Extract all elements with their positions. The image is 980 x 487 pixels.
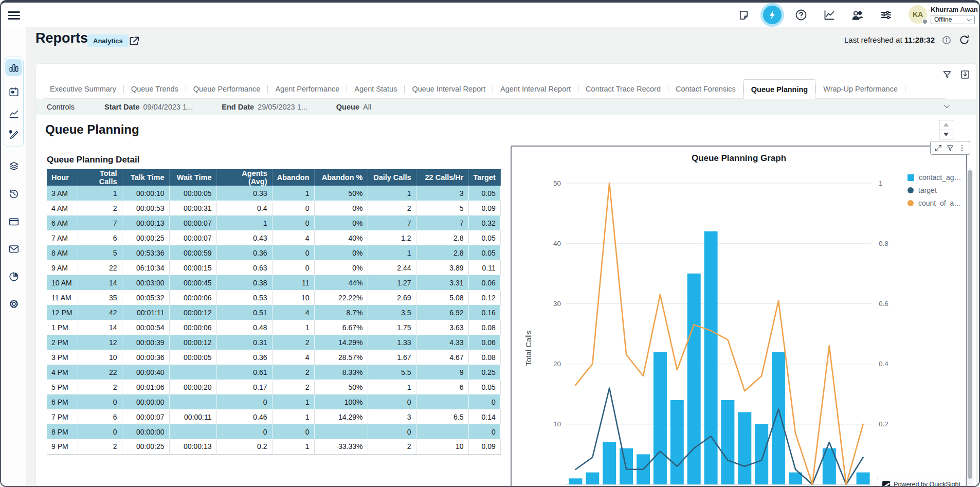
tab-wrap-up-performance[interactable]: Wrap-Up Performance: [816, 80, 905, 98]
dashboard-card: Executive SummaryQueue TrendsQueue Perfo…: [35, 63, 977, 487]
open-external-icon[interactable]: [128, 34, 140, 47]
column-header[interactable]: Daily Calls: [368, 169, 416, 186]
column-header[interactable]: Abandon: [272, 169, 314, 186]
column-header[interactable]: Agents (Avg): [216, 169, 272, 186]
table-cell: 0: [368, 394, 416, 409]
table-cell: 00:00:07: [169, 215, 216, 230]
table-row: 1 PM1400:00:5400:00:060.4816.67%1.753.63…: [47, 320, 500, 335]
tab-agent-interval-report[interactable]: Agent Interval Report: [493, 80, 578, 98]
table-cell: 2: [78, 201, 122, 215]
table-cell: 2: [272, 365, 314, 380]
agents-icon[interactable]: [851, 9, 864, 22]
status-select[interactable]: Offline: [931, 15, 975, 24]
table-cell: 6.92: [416, 305, 468, 320]
column-header[interactable]: Wait Time: [169, 169, 216, 186]
column-header[interactable]: 22 Calls/Hr: [416, 169, 468, 186]
tab-agent-status[interactable]: Agent Status: [347, 80, 404, 98]
table-cell: 2.8: [416, 245, 468, 260]
table-cell: [169, 365, 216, 380]
sidebar-item-calendar[interactable]: [8, 86, 20, 98]
download-icon[interactable]: [958, 68, 971, 81]
table-cell: 10 AM: [47, 275, 78, 290]
notes-icon[interactable]: [737, 9, 750, 22]
table-cell: 1: [272, 439, 314, 454]
tab-queue-trends[interactable]: Queue Trends: [124, 80, 186, 98]
settings-sliders-icon[interactable]: [879, 9, 892, 22]
insights-bolt-icon[interactable]: [760, 3, 784, 27]
table-cell: 50%: [314, 186, 368, 201]
table-cell: 1.2: [368, 230, 416, 245]
table-cell: 00:01:11: [122, 305, 169, 320]
column-header[interactable]: Talk Time: [122, 169, 169, 186]
report-scrollbar-thumb[interactable]: [968, 170, 972, 479]
analytics-badge: Analytics: [87, 34, 129, 47]
stepper-down-button[interactable]: [939, 130, 953, 139]
filter-end-date[interactable]: End Date29/05/2023 1...: [222, 103, 307, 111]
table-cell: 3: [416, 186, 468, 201]
report-body: Queue Planning Queue Planning Detail Hou…: [36, 115, 976, 487]
table-cell: 00:00:25: [122, 439, 169, 454]
table-cell: 0%: [314, 201, 368, 215]
tab-contract-trace-record[interactable]: Contract Trace Record: [578, 80, 668, 98]
refresh-icon[interactable]: [958, 33, 971, 46]
table-cell: 0.51: [216, 305, 272, 320]
metrics-icon[interactable]: [823, 9, 836, 22]
table-cell: 00:53:36: [122, 245, 169, 260]
sidebar-item-bar-chart[interactable]: [8, 62, 20, 74]
tab-contact-forensics[interactable]: Contact Forensics: [668, 80, 743, 98]
tab-executive-summary[interactable]: Executive Summary: [43, 80, 123, 98]
tab-queue-planning[interactable]: Queue Planning: [743, 79, 815, 99]
menu-icon[interactable]: [8, 9, 20, 20]
table-cell: 6.67%: [314, 320, 368, 335]
sidebar-item-mail[interactable]: [8, 243, 20, 255]
line-chart-icon: [8, 109, 20, 120]
table-cell: 35: [78, 290, 122, 305]
sidebar-item-layers[interactable]: [8, 159, 20, 172]
sidebar-item-pie-chart[interactable]: [8, 270, 20, 283]
column-header[interactable]: Total Calls: [78, 169, 122, 186]
status-dot: [922, 19, 928, 25]
sidebar-item-design[interactable]: [8, 128, 20, 140]
table-cell: 00:00:10: [122, 186, 169, 201]
table-cell: 0.05: [468, 380, 500, 394]
help-icon[interactable]: [794, 9, 807, 22]
table-cell: 3.31: [416, 275, 468, 290]
column-header[interactable]: Abandon %: [314, 169, 368, 186]
calendar-icon: [8, 86, 20, 98]
queue-planning-table: HourTotal CallsTalk TimeWait TimeAgents …: [47, 169, 501, 455]
table-cell: 12: [78, 335, 122, 350]
column-header[interactable]: Target: [468, 169, 500, 186]
stepper-up-button[interactable]: [939, 120, 953, 130]
filter-queue[interactable]: QueueAll: [336, 103, 371, 111]
controls-collapse-icon[interactable]: [944, 102, 950, 108]
table-row: 6 AM700:00:1300:00:07100%770.32: [47, 215, 500, 230]
filter-start-date[interactable]: Start Date09/04/2023 1...: [104, 103, 193, 111]
last-refreshed: Last refreshed at 11:28:32: [844, 33, 971, 46]
sidebar-item-settings[interactable]: [8, 298, 20, 310]
column-header[interactable]: Hour: [47, 169, 78, 186]
table-cell: 2: [368, 201, 416, 215]
svg-text:10: 10: [553, 420, 561, 428]
table-cell: 14.29%: [314, 335, 368, 350]
table-cell: 00:00:59: [169, 245, 216, 260]
sidebar-item-line-chart[interactable]: [8, 108, 20, 120]
sidebar-item-history[interactable]: [8, 187, 20, 200]
info-icon[interactable]: [940, 33, 953, 46]
table-cell: 0%: [314, 215, 368, 230]
tab-queue-performance[interactable]: Queue Performance: [186, 80, 268, 98]
tab-agent-performance[interactable]: Agent Performance: [268, 80, 347, 98]
chart-panel: Queue Planning Graph contact_ag…targetco…: [511, 146, 967, 487]
chevron-down-icon: [967, 16, 971, 21]
table-cell: [314, 424, 368, 439]
powered-by-quicksight[interactable]: Powered by QuickSight: [877, 478, 966, 487]
sidebar-item-window[interactable]: [8, 215, 20, 228]
filter-icon[interactable]: [940, 68, 953, 81]
table-cell: 2.44: [368, 260, 416, 275]
table-cell: 22: [78, 365, 122, 380]
bolt-icon: [763, 6, 782, 24]
table-row: 8 AM500:53:3600:00:590.3600%12.80.05: [47, 245, 500, 260]
table-cell: 0.33: [216, 186, 272, 201]
history-icon: [8, 188, 20, 199]
tab-queue-interval-report[interactable]: Queue Interval Report: [405, 80, 493, 98]
table-cell: 0.48: [216, 320, 272, 335]
